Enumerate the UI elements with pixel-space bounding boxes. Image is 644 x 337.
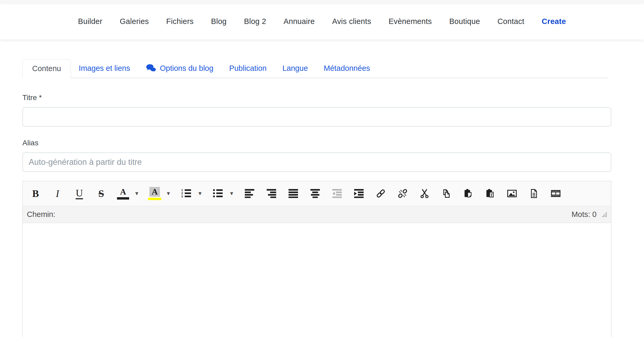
svg-text:2: 2 bbox=[181, 192, 183, 195]
nav-item-blog-2[interactable]: Blog 2 bbox=[244, 17, 266, 26]
document-icon bbox=[529, 189, 539, 198]
italic-button[interactable]: I bbox=[51, 185, 64, 202]
tab-metadonnees[interactable]: Métadonnées bbox=[316, 59, 378, 78]
cut-icon bbox=[420, 189, 429, 198]
ordered-list-button[interactable]: 123 bbox=[180, 185, 193, 202]
svg-text:3: 3 bbox=[181, 195, 183, 198]
resize-grip-icon[interactable] bbox=[602, 212, 607, 217]
word-count-label: Mots: 0 bbox=[572, 210, 597, 219]
paste-icon bbox=[464, 189, 473, 198]
nav-item-avis-clients[interactable]: Avis clients bbox=[332, 17, 371, 26]
nav-item-fichiers[interactable]: Fichiers bbox=[166, 17, 194, 26]
italic-icon: I bbox=[56, 189, 59, 199]
highlight-color-button[interactable]: A bbox=[148, 185, 161, 202]
tab-label: Options du blog bbox=[160, 64, 213, 73]
nav-item-boutique[interactable]: Boutique bbox=[449, 17, 480, 26]
editor-toolbar: BIUSA▼A▼123▼▼T bbox=[23, 181, 611, 206]
tab-label: Images et liens bbox=[79, 64, 130, 73]
editor-path-label: Chemin: bbox=[27, 210, 55, 219]
tab-bar: ContenuImages et liensOptions du blogPub… bbox=[22, 59, 608, 78]
nav-item-annuaire[interactable]: Annuaire bbox=[284, 17, 315, 26]
bold-icon: B bbox=[32, 189, 39, 199]
alias-label: Alias bbox=[22, 139, 611, 147]
ordered-list-menu-arrow[interactable]: ▼ bbox=[197, 191, 203, 196]
indent-button[interactable] bbox=[352, 185, 365, 202]
paste-button[interactable] bbox=[462, 185, 475, 202]
nav-item-create[interactable]: Create bbox=[542, 17, 566, 26]
copy-icon bbox=[442, 189, 451, 198]
strikethrough-button[interactable]: S bbox=[95, 185, 108, 202]
insert-document-button[interactable] bbox=[527, 185, 540, 202]
insert-media-button[interactable] bbox=[549, 185, 562, 202]
align-center-button[interactable] bbox=[309, 185, 322, 202]
tab-publication[interactable]: Publication bbox=[221, 59, 275, 78]
copy-button[interactable] bbox=[440, 185, 453, 202]
align-right-button[interactable] bbox=[265, 185, 278, 202]
nav-item-galeries[interactable]: Galeries bbox=[120, 17, 149, 26]
bullet-list-button[interactable] bbox=[211, 185, 225, 202]
image-icon bbox=[507, 189, 517, 198]
align-justify-button[interactable] bbox=[287, 185, 300, 202]
highlight-color-menu-arrow[interactable]: ▼ bbox=[166, 191, 171, 196]
paste-as-text-button[interactable]: T bbox=[484, 185, 497, 202]
paste-text-icon: T bbox=[485, 189, 495, 198]
text-color-icon: A bbox=[117, 187, 129, 200]
tab-contenu[interactable]: Contenu bbox=[22, 59, 71, 78]
link-icon bbox=[376, 189, 386, 198]
highlight-color-icon: A bbox=[148, 187, 161, 200]
tab-label: Contenu bbox=[32, 64, 61, 73]
tab-options-du-blog[interactable]: Options du blog bbox=[138, 59, 221, 78]
main-navigation: BuilderGaleriesFichiersBlogBlog 2Annuair… bbox=[0, 3, 644, 39]
strikethrough-icon: S bbox=[98, 189, 104, 199]
svg-text:T: T bbox=[490, 193, 493, 197]
chevron-down-icon: ▼ bbox=[135, 191, 138, 196]
text-color-button[interactable]: A bbox=[116, 185, 130, 202]
tab-langue[interactable]: Langue bbox=[275, 59, 316, 78]
bold-button[interactable]: B bbox=[29, 185, 42, 202]
outdent-button bbox=[330, 185, 344, 202]
title-input[interactable] bbox=[22, 107, 611, 127]
nav-item-evenements[interactable]: Evènements bbox=[389, 17, 432, 26]
insert-link-button[interactable] bbox=[374, 185, 387, 202]
editor-statusbar: Chemin: Mots: 0 bbox=[23, 206, 611, 223]
align-left-icon bbox=[245, 189, 254, 198]
align-center-icon bbox=[310, 189, 320, 198]
tab-label: Langue bbox=[282, 64, 308, 73]
underline-icon: U bbox=[76, 188, 83, 199]
align-justify-icon bbox=[289, 189, 298, 198]
align-right-icon bbox=[267, 189, 276, 198]
comments-icon bbox=[146, 64, 157, 73]
top-strip bbox=[0, 0, 644, 3]
text-color-menu-arrow[interactable]: ▼ bbox=[134, 191, 139, 196]
nav-item-blog[interactable]: Blog bbox=[211, 17, 227, 26]
ordered-list-icon: 123 bbox=[181, 189, 191, 198]
bullet-list-menu-arrow[interactable]: ▼ bbox=[229, 191, 234, 196]
align-left-button[interactable] bbox=[243, 185, 256, 202]
rich-text-editor: BIUSA▼A▼123▼▼T Chemin: Mots: 0 bbox=[22, 181, 611, 337]
page-main: ContenuImages et liensOptions du blogPub… bbox=[22, 59, 611, 337]
outdent-icon bbox=[332, 189, 342, 198]
chevron-down-icon: ▼ bbox=[167, 191, 170, 196]
tab-images-et-liens[interactable]: Images et liens bbox=[71, 59, 138, 78]
tab-label: Métadonnées bbox=[324, 64, 370, 73]
indent-icon bbox=[354, 189, 364, 198]
underline-button[interactable]: U bbox=[73, 185, 86, 202]
remove-link-button[interactable] bbox=[396, 185, 409, 202]
nav-item-builder[interactable]: Builder bbox=[78, 17, 102, 26]
tab-label: Publication bbox=[229, 64, 267, 73]
chevron-down-icon: ▼ bbox=[230, 191, 233, 196]
chevron-down-icon: ▼ bbox=[198, 191, 202, 196]
editor-content-area[interactable] bbox=[23, 223, 611, 337]
film-icon bbox=[551, 189, 560, 198]
svg-text:1: 1 bbox=[181, 189, 183, 192]
bullet-list-icon bbox=[213, 189, 223, 198]
nav-item-contact[interactable]: Contact bbox=[497, 17, 524, 26]
unlink-icon bbox=[398, 189, 407, 198]
alias-input[interactable] bbox=[22, 152, 611, 172]
insert-image-button[interactable] bbox=[505, 185, 519, 202]
cut-button[interactable] bbox=[418, 185, 431, 202]
title-label: Titre * bbox=[22, 93, 611, 102]
